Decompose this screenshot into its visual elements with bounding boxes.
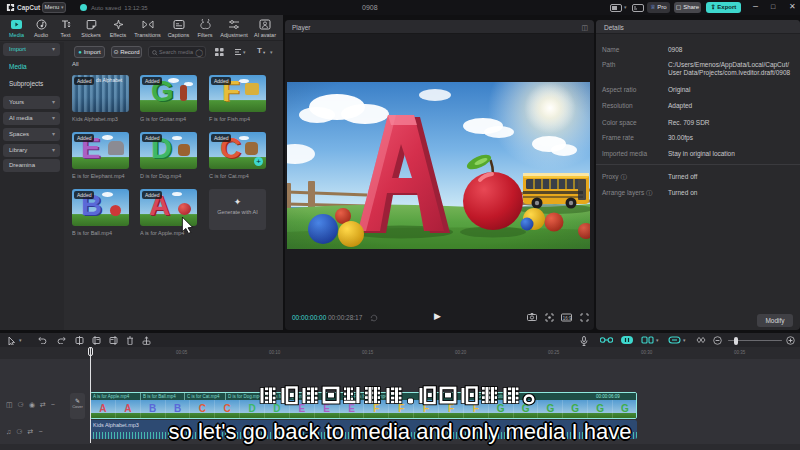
svg-text:16:9: 16:9 xyxy=(563,316,572,321)
